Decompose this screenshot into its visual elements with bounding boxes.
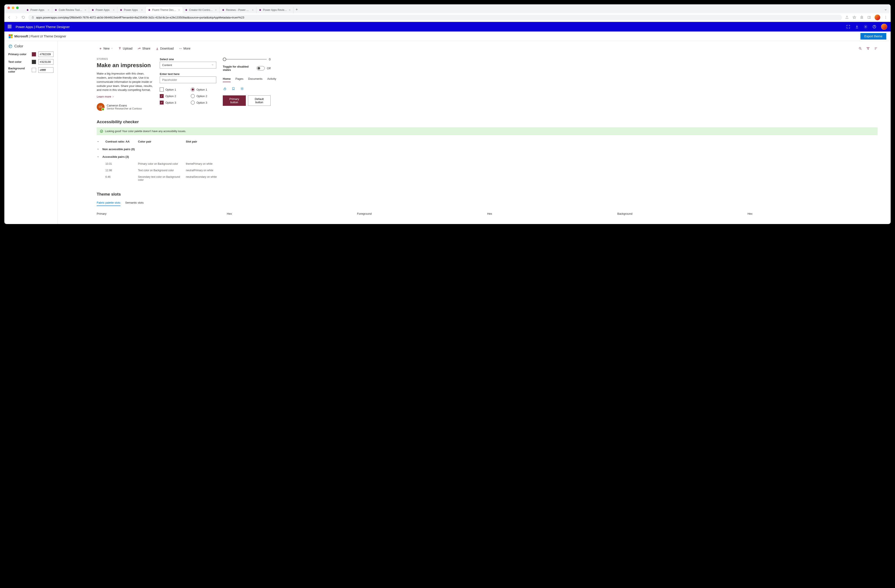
pivot-tab[interactable]: Pages bbox=[235, 76, 243, 82]
export-theme-button[interactable]: Export theme bbox=[860, 33, 886, 39]
kebab-icon[interactable] bbox=[884, 15, 887, 19]
radio[interactable]: Option 1 bbox=[191, 88, 216, 91]
cmd-upload[interactable]: Upload bbox=[116, 45, 135, 52]
color-row: Background color bbox=[8, 67, 53, 73]
share-icon[interactable] bbox=[845, 15, 849, 19]
svg-point-15 bbox=[859, 47, 861, 49]
url-bar[interactable]: apps.powerapps.com/play/2f6b0e93-7676-40… bbox=[28, 15, 842, 20]
radio[interactable]: Option 3 bbox=[191, 101, 216, 105]
chevron-down-icon bbox=[97, 148, 99, 151]
favicon bbox=[222, 9, 225, 12]
close-icon[interactable] bbox=[112, 9, 115, 11]
extensions-icon[interactable] bbox=[860, 15, 864, 19]
close-icon[interactable] bbox=[252, 9, 254, 11]
slot-pivot-tab[interactable]: Fabric palette slots bbox=[97, 200, 120, 206]
lock-icon bbox=[31, 16, 34, 19]
profile-avatar[interactable] bbox=[875, 15, 880, 20]
pivot-tab[interactable]: Documents bbox=[248, 76, 262, 82]
new-tab-button[interactable]: + bbox=[293, 6, 300, 13]
browser-tab[interactable]: Creator Kit Control Referen bbox=[182, 7, 220, 13]
color-label: Text color bbox=[8, 60, 30, 64]
radio[interactable]: Option 2 bbox=[191, 94, 216, 98]
slot-pivot-tab[interactable]: Semantic slots bbox=[125, 200, 144, 206]
list-icon[interactable] bbox=[874, 47, 878, 50]
svg-point-8 bbox=[9, 45, 12, 48]
story-body: Make a big impression with this clean, m… bbox=[97, 72, 153, 92]
reload-icon[interactable] bbox=[21, 15, 25, 19]
download-icon bbox=[156, 47, 159, 50]
close-icon[interactable] bbox=[141, 9, 143, 11]
slot-column-header: Background bbox=[617, 212, 748, 215]
select-label: Select one bbox=[160, 58, 216, 61]
pivot-tab[interactable]: Home bbox=[223, 76, 231, 82]
color-input[interactable] bbox=[38, 52, 53, 57]
sun-icon[interactable] bbox=[240, 87, 244, 91]
story-title: Make an impression bbox=[97, 62, 153, 69]
checkbox[interactable]: Option 1 bbox=[160, 88, 185, 91]
checkbox[interactable]: Option 2 bbox=[160, 94, 185, 98]
color-input[interactable] bbox=[38, 59, 53, 65]
close-icon[interactable] bbox=[47, 9, 50, 11]
cmd-download[interactable]: Download bbox=[153, 45, 176, 52]
waffle-icon[interactable] bbox=[8, 25, 12, 29]
slider-value: 0 bbox=[269, 58, 271, 61]
browser-tab[interactable]: Power Apps bbox=[89, 7, 117, 13]
minimize-window[interactable] bbox=[12, 6, 14, 9]
browser-tab[interactable]: Code Review Tool Experim bbox=[52, 7, 89, 13]
form-column: Select one Content Enter text here Optio… bbox=[160, 58, 216, 111]
color-input[interactable] bbox=[38, 67, 53, 73]
text-input[interactable] bbox=[160, 76, 216, 83]
close-icon[interactable] bbox=[214, 9, 217, 11]
cmd-new[interactable]: New bbox=[97, 45, 115, 52]
browser-tab[interactable]: Fluent Theme Designer - P bbox=[146, 7, 182, 13]
settings-icon[interactable] bbox=[864, 25, 868, 29]
color-swatch[interactable] bbox=[32, 68, 36, 72]
cmd-more[interactable]: More bbox=[177, 45, 193, 52]
close-window[interactable] bbox=[8, 6, 10, 9]
chevron-down-icon[interactable] bbox=[97, 140, 99, 143]
color-swatch[interactable] bbox=[32, 52, 36, 56]
bookmark-icon[interactable] bbox=[232, 87, 235, 91]
group-non-accessible[interactable]: Non accessible pairs (0) bbox=[97, 145, 878, 153]
slots-heading: Theme slots bbox=[97, 192, 878, 197]
browser-tab[interactable]: Power Apps bbox=[117, 7, 146, 13]
filter-icon[interactable] bbox=[866, 47, 870, 50]
slider[interactable]: 0 bbox=[223, 58, 271, 61]
browser-tab[interactable]: Reviews - Power Apps bbox=[220, 7, 256, 13]
disabled-toggle[interactable] bbox=[257, 66, 265, 70]
maximize-window[interactable] bbox=[16, 6, 19, 9]
a11y-table-header: Contrast ratio: AA Color pair Slot pair bbox=[97, 138, 878, 145]
download-icon[interactable] bbox=[855, 25, 859, 29]
learn-more-link[interactable]: Learn more bbox=[97, 95, 114, 98]
close-icon[interactable] bbox=[84, 9, 87, 11]
star-icon[interactable] bbox=[853, 15, 856, 19]
color-swatch[interactable] bbox=[32, 60, 36, 64]
chevron-down-icon[interactable] bbox=[111, 47, 113, 50]
fit-icon[interactable] bbox=[846, 25, 850, 29]
close-icon[interactable] bbox=[178, 9, 181, 11]
chevron-down-icon[interactable] bbox=[884, 8, 887, 11]
back-icon[interactable] bbox=[8, 15, 11, 19]
help-icon[interactable] bbox=[872, 25, 876, 29]
like-icon[interactable] bbox=[223, 87, 227, 91]
search-icon[interactable] bbox=[859, 47, 862, 50]
group-accessible[interactable]: Accessible pairs (3) bbox=[97, 153, 878, 161]
browser-tab[interactable]: Power Apps Review Tool - bbox=[256, 7, 293, 13]
slider-thumb[interactable] bbox=[223, 58, 226, 61]
browser-tab[interactable]: Power Apps bbox=[24, 7, 52, 13]
panel-icon[interactable] bbox=[867, 15, 871, 19]
select-dropdown[interactable]: Content bbox=[160, 62, 216, 68]
default-button[interactable]: Default button bbox=[248, 95, 271, 106]
close-icon[interactable] bbox=[288, 9, 291, 11]
palette-icon bbox=[8, 44, 13, 48]
slot-column-header: Foreground bbox=[357, 212, 487, 215]
svg-point-20 bbox=[241, 88, 243, 89]
cmd-share[interactable]: Share bbox=[135, 45, 152, 52]
pivot-tab[interactable]: Activity bbox=[267, 76, 276, 82]
user-avatar[interactable] bbox=[881, 24, 887, 30]
primary-button[interactable]: Primary button bbox=[223, 95, 246, 106]
checkbox[interactable]: Option 3 bbox=[160, 101, 185, 105]
svg-point-13 bbox=[180, 48, 181, 48]
forward-icon[interactable] bbox=[14, 15, 18, 19]
chevron-down-icon bbox=[211, 64, 214, 66]
